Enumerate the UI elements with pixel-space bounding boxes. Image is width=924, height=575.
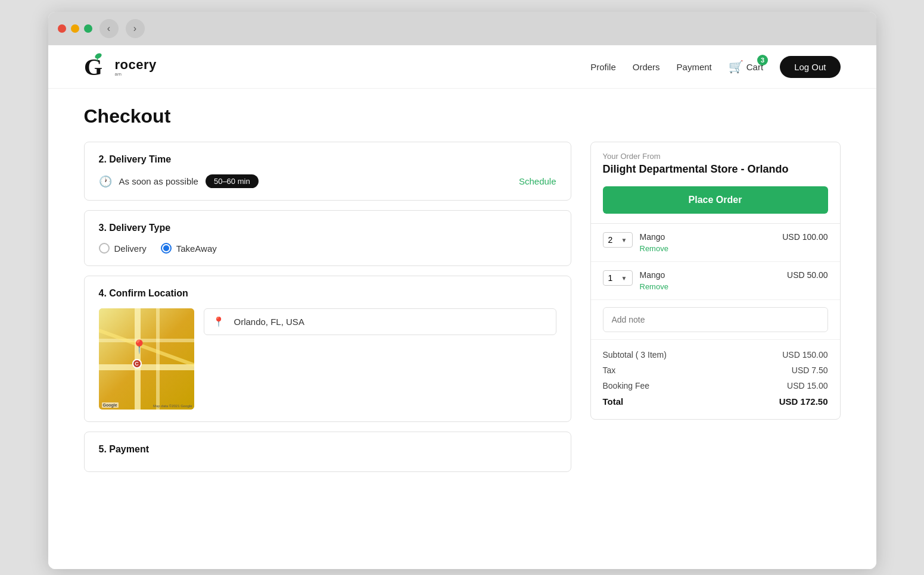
qty-arrow-2: ▼	[621, 275, 627, 282]
order-item: 2 ▼ Mango Remove USD 100.00	[591, 224, 840, 262]
delivery-type-section: 3. Delivery Type Delivery TakeAway	[84, 210, 571, 266]
order-totals: Subtotal ( 3 Item) USD 150.00 Tax USD 7.…	[591, 339, 840, 419]
left-column: 2. Delivery Time 🕐 As soon as possible 5…	[84, 142, 571, 472]
asap-label: As soon as possible	[119, 176, 198, 186]
confirm-location-title: 4. Confirm Location	[99, 288, 556, 299]
nav-profile[interactable]: Profile	[590, 62, 616, 72]
map-thumbnail: 📍 C Google Map data ©2021 Google	[99, 308, 194, 410]
logout-button[interactable]: Log Out	[780, 56, 840, 78]
forward-button[interactable]: ›	[126, 19, 145, 38]
cart-badge: 3	[757, 55, 768, 65]
takeaway-label: TakeAway	[176, 243, 217, 254]
tax-row: Tax USD 7.50	[603, 362, 828, 378]
qty-value-1: 2	[608, 235, 613, 245]
logo[interactable]: G rocery arn	[84, 52, 157, 81]
order-header: Your Order From Dilight Departmental Sto…	[591, 142, 840, 186]
location-value: Orlando, FL, USA	[234, 317, 304, 327]
item-info-2: Mango Remove	[640, 270, 780, 291]
item-remove-1[interactable]: Remove	[640, 244, 776, 253]
order-summary: Your Order From Dilight Departmental Sto…	[590, 142, 841, 472]
item-price-2: USD 50.00	[787, 270, 827, 280]
nav-cart[interactable]: 🛒 Cart 3	[729, 60, 763, 74]
item-remove-2[interactable]: Remove	[640, 282, 780, 291]
delivery-time-row: 🕐 As soon as possible 50–60 min Schedule	[99, 174, 556, 188]
clock-icon: 🕐	[99, 175, 112, 188]
delivery-time-title: 2. Delivery Time	[99, 154, 556, 165]
booking-fee-value: USD 15.00	[787, 381, 827, 390]
page-body: Checkout 2. Delivery Time 🕐 As soon as p…	[48, 89, 876, 489]
item-name-1: Mango	[640, 232, 776, 242]
add-note-input[interactable]	[603, 307, 828, 332]
takeaway-radio[interactable]	[161, 243, 172, 254]
nav-links: Profile Orders Payment 🛒 Cart 3 Log Out	[590, 56, 840, 78]
qty-arrow-1: ▼	[621, 237, 627, 243]
total-value: USD 172.50	[779, 396, 828, 407]
traffic-lights	[58, 24, 92, 33]
nav-payment[interactable]: Payment	[677, 62, 712, 72]
item-name-2: Mango	[640, 270, 780, 280]
delivery-option[interactable]: Delivery	[99, 243, 147, 254]
subtotal-value: USD 150.00	[782, 350, 827, 360]
place-order-button[interactable]: Place Order	[603, 186, 828, 214]
map-visual: 📍 C Google Map data ©2021 Google	[99, 308, 194, 410]
location-display[interactable]: 📍 Orlando, FL, USA	[204, 308, 556, 335]
content-layout: 2. Delivery Time 🕐 As soon as possible 5…	[84, 142, 841, 472]
booking-fee-row: Booking Fee USD 15.00	[603, 378, 828, 393]
order-card: Your Order From Dilight Departmental Sto…	[590, 142, 841, 420]
map-pin: 📍	[131, 340, 147, 354]
subtotal-label: Subtotal ( 3 Item)	[603, 350, 667, 360]
logo-text-area: rocery arn	[115, 57, 157, 77]
delivery-label: Delivery	[114, 243, 147, 254]
location-input-area: 📍 Orlando, FL, USA	[204, 308, 556, 410]
logo-name: rocery	[115, 57, 157, 72]
tax-label: Tax	[603, 365, 616, 375]
location-row: 📍 C Google Map data ©2021 Google	[99, 308, 556, 410]
close-button[interactable]	[58, 24, 66, 33]
delivery-time-section: 2. Delivery Time 🕐 As soon as possible 5…	[84, 142, 571, 201]
browser-window: ‹ › G rocery arn Profile Or	[48, 12, 876, 569]
tax-value: USD 7.50	[792, 365, 828, 375]
order-items-list: 2 ▼ Mango Remove USD 100.00	[591, 223, 840, 300]
confirm-location-section: 4. Confirm Location	[84, 276, 571, 422]
item-info-1: Mango Remove	[640, 232, 776, 253]
payment-title: 5. Payment	[99, 444, 556, 455]
map-marker: C	[132, 359, 142, 368]
item-price-1: USD 100.00	[782, 232, 827, 242]
time-badge: 50–60 min	[206, 174, 259, 188]
minimize-button[interactable]	[71, 24, 79, 33]
qty-value-2: 1	[608, 273, 613, 283]
order-from-label: Your Order From	[603, 152, 828, 161]
quantity-select-2[interactable]: 1 ▼	[603, 270, 633, 286]
logo-icon: G	[84, 52, 115, 81]
payment-section: 5. Payment	[84, 432, 571, 472]
order-store-name: Dilight Departmental Store - Orlando	[603, 163, 828, 176]
schedule-link[interactable]: Schedule	[519, 176, 556, 186]
booking-fee-label: Booking Fee	[603, 381, 650, 390]
order-item: 1 ▼ Mango Remove USD 50.00	[591, 262, 840, 300]
total-row: Total USD 172.50	[603, 393, 828, 410]
google-label: Google	[102, 402, 119, 408]
cart-icon: 🛒	[729, 60, 743, 74]
delivery-radio[interactable]	[99, 243, 110, 254]
nav-orders[interactable]: Orders	[633, 62, 660, 72]
app-content: G rocery arn Profile Orders Payment 🛒 Ca…	[48, 45, 876, 569]
total-label: Total	[603, 396, 624, 407]
browser-titlebar: ‹ ›	[48, 12, 876, 45]
subtotal-row: Subtotal ( 3 Item) USD 150.00	[603, 347, 828, 362]
quantity-select-1[interactable]: 2 ▼	[603, 232, 633, 248]
page-title: Checkout	[84, 105, 841, 127]
location-pin-icon: 📍	[213, 316, 225, 327]
back-button[interactable]: ‹	[99, 19, 119, 38]
delivery-type-options: Delivery TakeAway	[99, 243, 556, 254]
navbar: G rocery arn Profile Orders Payment 🛒 Ca…	[48, 45, 876, 89]
maximize-button[interactable]	[84, 24, 92, 33]
takeaway-option[interactable]: TakeAway	[161, 243, 217, 254]
map-data-label: Map data ©2021 Google	[153, 404, 192, 408]
delivery-type-title: 3. Delivery Type	[99, 223, 556, 233]
